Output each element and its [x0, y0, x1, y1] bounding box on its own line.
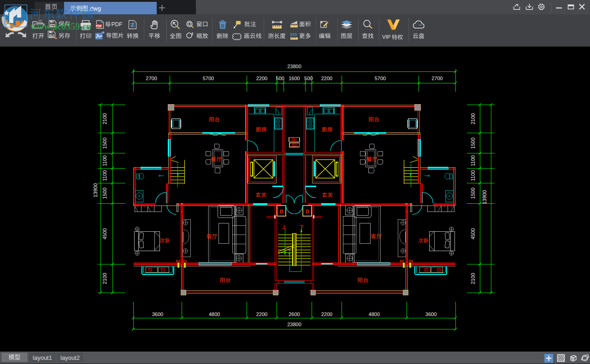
svg-text:500: 500	[276, 76, 284, 81]
svg-text:VIP: VIP	[382, 34, 391, 40]
svg-text:4500: 4500	[470, 228, 476, 239]
svg-text:3600: 3600	[152, 311, 163, 317]
svg-text:2100: 2100	[102, 273, 107, 284]
svg-text:3600: 3600	[425, 311, 437, 317]
svg-text:23800: 23800	[287, 322, 301, 327]
svg-text:1600: 1600	[289, 76, 300, 81]
svg-text:5700: 5700	[375, 76, 386, 81]
svg-text:1100: 1100	[470, 170, 476, 181]
svg-text:13900: 13900	[482, 190, 487, 205]
svg-text:2700: 2700	[431, 76, 442, 81]
svg-text:13900: 13900	[93, 183, 98, 198]
svg-text:2200: 2200	[256, 311, 267, 317]
svg-text:2200: 2200	[321, 311, 332, 317]
svg-text:500: 500	[304, 76, 313, 81]
svg-text:2100: 2100	[470, 113, 476, 124]
svg-text:D2: D2	[176, 259, 180, 263]
svg-text:D1: D1	[183, 259, 187, 263]
svg-text:1100: 1100	[470, 155, 476, 166]
svg-text:4800: 4800	[209, 311, 220, 317]
svg-text:1500: 1500	[102, 137, 107, 148]
svg-text:D1: D1	[400, 259, 404, 263]
svg-text:2600: 2600	[289, 311, 300, 317]
svg-text:D: D	[280, 209, 283, 214]
svg-text:D2: D2	[409, 259, 413, 263]
svg-text:2700: 2700	[146, 76, 157, 81]
svg-text:2100: 2100	[102, 113, 107, 124]
svg-text:23800: 23800	[287, 64, 301, 69]
svg-text:1100: 1100	[102, 155, 107, 166]
svg-text:layout1: layout1	[33, 354, 52, 361]
svg-text:2200: 2200	[256, 76, 267, 81]
svg-text:1100: 1100	[102, 170, 107, 181]
svg-text:layout2: layout2	[60, 354, 80, 361]
svg-text:PDF: PDF	[96, 24, 102, 28]
svg-text:PDF: PDF	[112, 21, 123, 28]
svg-text:2200: 2200	[321, 76, 332, 81]
svg-text:D: D	[306, 209, 309, 214]
svg-text:4500: 4500	[102, 228, 107, 239]
svg-text:www.pc0359.cn: www.pc0359.cn	[30, 21, 91, 32]
svg-text:1500: 1500	[470, 188, 476, 199]
svg-text:1500: 1500	[470, 137, 476, 148]
svg-text:1500: 1500	[102, 188, 107, 199]
svg-text:4800: 4800	[369, 311, 380, 317]
svg-text:5700: 5700	[203, 76, 214, 81]
svg-text:2100: 2100	[470, 273, 476, 284]
